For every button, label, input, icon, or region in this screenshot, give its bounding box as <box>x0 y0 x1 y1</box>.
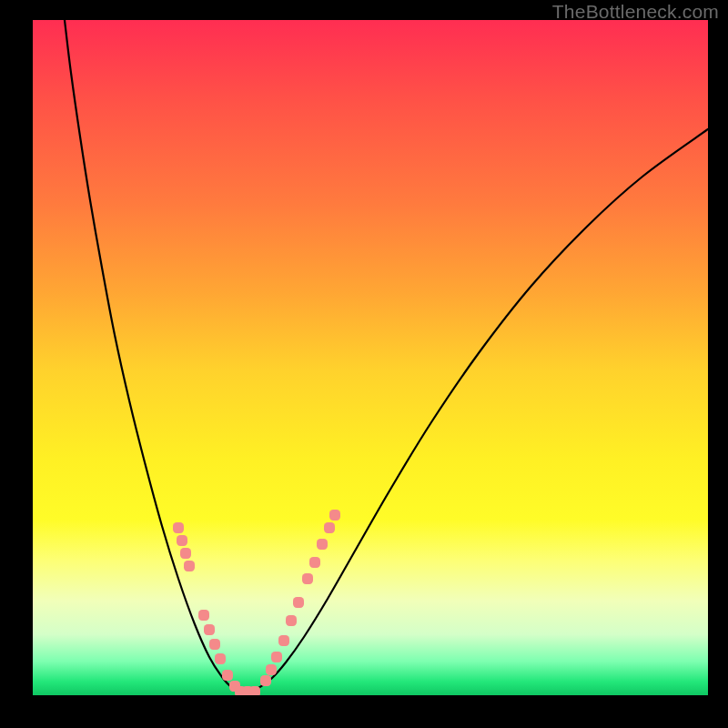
marker-point <box>198 610 209 621</box>
marker-point <box>180 548 191 559</box>
curve-right-arm <box>238 129 708 692</box>
marker-point <box>324 522 335 533</box>
marker-point <box>286 615 297 626</box>
chart-frame: TheBottleneck.com <box>0 0 728 728</box>
marker-point <box>293 597 304 608</box>
marker-point <box>173 522 184 533</box>
marker-point <box>177 535 187 546</box>
marker-point <box>249 686 260 695</box>
marker-point <box>266 664 277 675</box>
marker-point <box>329 510 340 521</box>
marker-point <box>184 561 195 571</box>
marker-point <box>222 670 233 681</box>
marker-point <box>260 675 271 686</box>
marker-point <box>204 624 215 635</box>
series-group <box>65 20 708 692</box>
marker-point <box>309 557 320 568</box>
marker-point <box>209 639 220 650</box>
marker-point <box>271 652 282 662</box>
marker-point <box>317 539 328 550</box>
marker-point <box>215 653 226 664</box>
marker-point <box>278 635 289 646</box>
curve-left-arm <box>65 20 238 692</box>
chart-svg <box>33 20 708 695</box>
plot-area <box>33 20 708 695</box>
marker-group <box>173 510 340 695</box>
marker-point <box>302 573 313 584</box>
